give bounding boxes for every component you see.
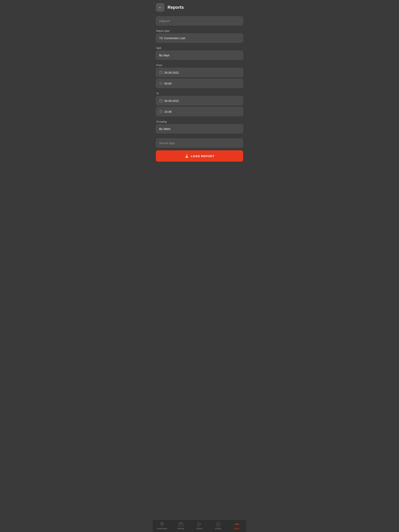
svg-point-10 [161,523,163,525]
nav-label-events: Events [215,527,221,530]
svg-point-19 [238,524,239,524]
sensor-tags-field-group: Sensor tags [156,139,243,148]
download-icon [185,154,189,158]
header: ← Reports [153,0,246,14]
devices-icon [178,522,183,527]
grouping-value: By dates [159,127,170,130]
from-label: From [156,64,243,67]
nav-item-history[interactable]: History [190,520,209,532]
from-time-value: 00:00 [164,82,172,85]
to-time-input[interactable]: 15:36 [156,107,243,116]
nav-label-geolocation: Geolocation [157,527,167,530]
report-type-field-group: Report type* 73: Connection Lost [156,29,243,43]
form-content: Objects* Report type* 73: Connection Los… [153,14,246,519]
to-date-value: 29.09.2022 [164,99,179,102]
menu-icon [234,522,239,527]
objects-field-group: Objects* [156,16,243,25]
split-value: By days [159,54,169,57]
from-time-input[interactable]: 00:00 [156,79,243,88]
from-date-value: 28.09.2022 [164,71,179,74]
page-title: Reports [167,5,184,10]
nav-item-events[interactable]: Events [209,520,228,532]
report-type-value: 73: Connection Lost [159,36,185,40]
geolocation-icon [160,522,165,527]
calendar-icon [159,71,163,74]
back-button[interactable]: ← [156,3,164,12]
svg-point-17 [235,524,236,524]
nav-label-devices: Devices [177,527,184,530]
svg-marker-13 [198,522,201,526]
to-date-input[interactable]: 29.09.2022 [156,96,243,105]
objects-input[interactable]: Objects* [156,16,243,25]
sensor-tags-input[interactable]: Sensor tags [156,139,243,148]
sensor-tags-placeholder: Sensor tags [159,141,175,145]
clock-icon [159,82,163,85]
split-input[interactable]: By days [156,51,243,60]
back-arrow-icon: ← [158,6,162,9]
nav-item-devices[interactable]: Devices [171,520,190,532]
report-type-label: Report type* [156,29,243,32]
grouping-input[interactable]: By dates [156,124,243,133]
from-date-input[interactable]: 28.09.2022 [156,68,243,77]
nav-label-menu: Menu [234,527,239,530]
grouping-label: Grouping [156,120,243,123]
report-type-input[interactable]: 73: Connection Lost [156,33,243,43]
to-field-group: To 29.09.2022 15:36 [156,92,243,116]
nav-item-geolocation[interactable]: Geolocation [153,520,171,532]
split-field-group: Split By days [156,47,243,60]
to-calendar-icon [159,99,163,102]
svg-rect-5 [160,100,162,102]
svg-rect-0 [160,71,162,74]
history-icon [197,522,202,527]
nav-item-menu[interactable]: Menu [228,520,246,532]
grouping-field-group: Grouping By dates [156,120,243,133]
objects-placeholder: Objects* [159,19,170,23]
nav-label-history: History [196,527,202,530]
from-field-group: From 28.09.2022 00:00 [156,64,243,88]
load-report-button[interactable]: LOAD REPORT [156,150,243,162]
to-clock-icon [159,110,163,113]
split-label: Split [156,47,243,50]
to-time-value: 15:36 [164,110,172,113]
events-icon [216,522,221,527]
load-report-label: LOAD REPORT [191,154,214,158]
bottom-nav: Geolocation Devices History Events Menu [153,519,246,532]
svg-point-18 [237,524,237,524]
to-label: To [156,92,243,95]
svg-point-16 [218,525,218,525]
